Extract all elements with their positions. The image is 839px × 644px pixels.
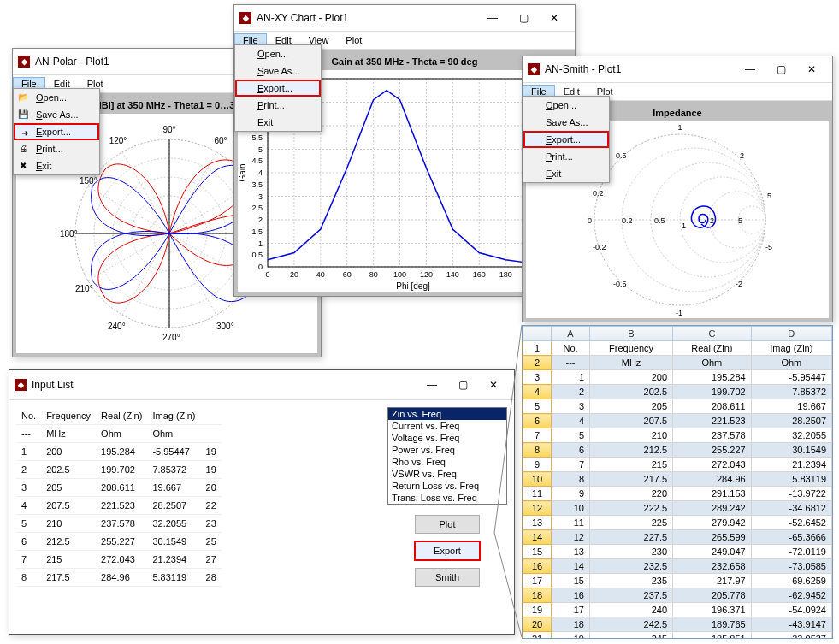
xy-title: AN-XY Chart - Plot1: [257, 12, 477, 24]
maximize-button[interactable]: ▢: [447, 375, 478, 394]
menu-export-[interactable]: Export...: [523, 131, 609, 148]
col-header[interactable]: [523, 327, 552, 341]
table-row[interactable]: 119220291.153-13.9722: [523, 487, 832, 501]
list-item[interactable]: Zin vs. Freq: [388, 408, 506, 420]
smith-button[interactable]: Smith: [415, 568, 480, 587]
table-row[interactable]: 2---MHzOhmOhm: [523, 356, 832, 370]
col-header: No.: [16, 407, 41, 425]
svg-text:80: 80: [369, 270, 378, 279]
menu-save-as-[interactable]: Save As...: [235, 62, 321, 80]
table-row[interactable]: 1816237.5205.778-62.9452: [523, 588, 832, 603]
menu-save-as-[interactable]: 💾Save As...: [14, 106, 99, 123]
table-row[interactable]: 64207.5221.52328.2507: [523, 414, 832, 428]
close-button[interactable]: ✕: [539, 9, 570, 27]
table-row[interactable]: 2018242.5189.765-43.9147: [523, 617, 832, 632]
col-header[interactable]: B: [590, 327, 673, 341]
table-row[interactable]: 31200195.284-5.95447: [523, 370, 832, 385]
excel-table[interactable]: ABCD 1No.FrequencyReal (Zin)Imag (Zin)2-…: [523, 326, 832, 639]
svg-text:120: 120: [420, 270, 433, 279]
table-row[interactable]: 1311225279.942-52.6452: [523, 516, 832, 530]
close-button[interactable]: ✕: [796, 60, 827, 79]
maximize-button[interactable]: ▢: [765, 60, 796, 79]
table-row[interactable]: 2119245185.851-33.0537: [523, 632, 832, 640]
plot-button[interactable]: Plot: [415, 515, 480, 534]
smith-titlebar[interactable]: ◆ AN-Smith - Plot1 — ▢ ✕: [523, 56, 832, 83]
menu-open-[interactable]: 📂Open...: [14, 89, 99, 106]
svg-text:1: 1: [677, 123, 682, 132]
list-item[interactable]: VSWR vs. Freq: [388, 468, 506, 480]
table-row[interactable]: 1210222.5289.242-34.6812: [523, 501, 832, 516]
table-row[interactable]: 75210237.57832.2055: [523, 428, 832, 443]
menu-open-[interactable]: Open...: [235, 45, 321, 62]
close-button[interactable]: ✕: [478, 375, 509, 394]
input-list-title: Input List: [32, 379, 417, 391]
table-row[interactable]: 108217.5284.965.83119: [523, 472, 832, 487]
menu-exit[interactable]: Exit: [235, 114, 321, 131]
svg-text:5.5: 5.5: [251, 133, 263, 142]
polar-file-dropdown: 📂Open...💾Save As...➜Export...🖨Print...✖E…: [13, 88, 100, 175]
menu-exit[interactable]: Exit: [523, 165, 609, 182]
menu-print-[interactable]: 🖨Print...: [14, 140, 99, 157]
table-row[interactable]: 1917240196.371-54.0924: [523, 603, 832, 617]
table-row[interactable]: 53205208.61119.667: [523, 399, 832, 414]
table-row[interactable]: 8217.5284.965.8311928: [16, 569, 222, 587]
app-icon: ◆: [239, 12, 251, 24]
col-header[interactable]: C: [673, 327, 752, 341]
list-item[interactable]: Return Loss vs. Freq: [388, 480, 506, 492]
svg-text:120°: 120°: [109, 136, 127, 145]
table-row[interactable]: 2202.5199.7027.8537219: [16, 461, 222, 479]
svg-text:-0.2: -0.2: [593, 243, 606, 251]
svg-text:3: 3: [258, 192, 263, 201]
svg-text:3.5: 3.5: [251, 180, 263, 189]
col-header[interactable]: D: [751, 327, 831, 341]
plot-options-listbox[interactable]: Zin vs. FreqCurrent vs. FreqVoltage vs. …: [387, 407, 507, 505]
minimize-button[interactable]: —: [735, 60, 765, 79]
minimize-button[interactable]: —: [417, 375, 447, 394]
export-button[interactable]: Export: [414, 541, 481, 561]
maximize-button[interactable]: ▢: [508, 9, 539, 27]
table-row[interactable]: 1715235217.97-69.6259: [523, 574, 832, 588]
list-item[interactable]: Power vs. Freq: [388, 444, 506, 456]
smith-window: ◆ AN-Smith - Plot1 — ▢ ✕ File Edit Plot …: [522, 56, 833, 322]
menu-open-[interactable]: Open...: [523, 97, 609, 114]
menu-export-[interactable]: ➜Export...: [14, 123, 99, 140]
xy-titlebar[interactable]: ◆ AN-XY Chart - Plot1 — ▢ ✕: [234, 5, 575, 32]
menu-plot[interactable]: Plot: [337, 33, 370, 47]
menu-exit[interactable]: ✖Exit: [14, 157, 99, 174]
menu-save-as-[interactable]: Save As...: [523, 114, 609, 131]
menu-export-[interactable]: Export...: [235, 80, 321, 97]
col-header[interactable]: A: [552, 327, 590, 341]
table-row[interactable]: 1513230249.047-72.0119: [523, 545, 832, 559]
list-item[interactable]: Current vs. Freq: [388, 420, 506, 432]
table-row[interactable]: 1200195.284-5.9544719: [16, 443, 222, 461]
table-row[interactable]: 1412227.5265.599-65.3666: [523, 530, 832, 545]
excel-view: ABCD 1No.FrequencyReal (Zin)Imag (Zin)2-…: [522, 325, 833, 639]
list-item[interactable]: Trans. Loss vs. Freq: [388, 492, 506, 504]
table-row[interactable]: 4207.5221.52328.250722: [16, 497, 222, 515]
minimize-button[interactable]: —: [477, 9, 508, 27]
table-row[interactable]: 1No.FrequencyReal (Zin)Imag (Zin): [523, 341, 832, 356]
table-row[interactable]: 5210237.57832.205523: [16, 515, 222, 533]
svg-text:2: 2: [258, 216, 263, 224]
menu-print-[interactable]: Print...: [235, 97, 321, 114]
table-row[interactable]: 1614232.5232.658-73.0585: [523, 559, 832, 574]
table-row[interactable]: 86212.5255.22730.1549: [523, 443, 832, 458]
col-header: Real (Zin): [96, 407, 147, 425]
table-row[interactable]: 3205208.61119.66720: [16, 479, 222, 497]
input-list-table: No.FrequencyReal (Zin)Imag (Zin)---MHzOh…: [16, 407, 222, 587]
table-row[interactable]: 42202.5199.7027.85372: [523, 385, 832, 399]
polar-title: AN-Polar - Plot1: [35, 56, 223, 68]
svg-text:1: 1: [258, 239, 263, 248]
svg-text:180°: 180°: [60, 229, 78, 239]
table-row[interactable]: 97215272.04321.2394: [523, 458, 832, 472]
list-item[interactable]: Voltage vs. Freq: [388, 432, 506, 444]
table-row[interactable]: 7215272.04321.239427: [16, 551, 222, 569]
input-list-titlebar[interactable]: ◆ Input List — ▢ ✕: [9, 370, 514, 400]
table-row[interactable]: 6212.5255.22730.154925: [16, 533, 222, 551]
svg-text:40: 40: [316, 270, 325, 279]
col-header: Frequency: [41, 407, 96, 425]
svg-text:2.5: 2.5: [251, 204, 263, 212]
list-item[interactable]: Rho vs. Freq: [388, 456, 506, 468]
app-icon: ◆: [15, 379, 27, 391]
menu-print-[interactable]: Print...: [523, 148, 609, 165]
